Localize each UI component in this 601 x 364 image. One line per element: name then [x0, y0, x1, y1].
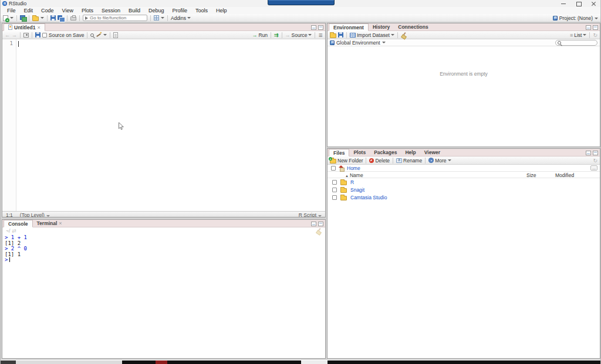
save-icon[interactable]: [50, 15, 56, 21]
minimize-window-button[interactable]: [561, 1, 566, 6]
clear-environment-icon[interactable]: [401, 32, 407, 38]
open-file-dropdown-icon[interactable]: [40, 17, 44, 19]
tab-plots[interactable]: Plots: [349, 149, 370, 156]
print-icon[interactable]: [70, 16, 76, 21]
addins-button[interactable]: Addins: [171, 15, 191, 21]
file-row-camtasia-studio[interactable]: Camtasia Studio: [327, 193, 600, 201]
column-name[interactable]: ▲Name: [345, 172, 363, 178]
console-prompt[interactable]: >: [5, 257, 325, 263]
breadcrumb-home[interactable]: Home: [347, 165, 360, 171]
menu-session[interactable]: Session: [97, 8, 124, 13]
folder-name[interactable]: R: [350, 179, 354, 185]
save-all-icon[interactable]: [58, 15, 64, 21]
pane-layout-icon[interactable]: [154, 15, 159, 21]
folder-name[interactable]: Camtasia Studio: [350, 195, 387, 200]
refresh-icon[interactable]: ↻: [593, 158, 597, 164]
code-tools-dropdown-icon[interactable]: [103, 34, 107, 36]
more-button[interactable]: More: [428, 158, 451, 164]
delete-button[interactable]: Delete: [369, 158, 390, 164]
menu-build[interactable]: Build: [124, 8, 144, 13]
popout-window-icon[interactable]: [23, 33, 29, 38]
forward-icon[interactable]: →: [12, 32, 17, 38]
row-checkbox[interactable]: [332, 188, 337, 192]
tab-environment[interactable]: Environment: [329, 23, 369, 31]
open-file-icon[interactable]: [32, 16, 39, 21]
source-button[interactable]: → Source: [285, 32, 312, 38]
minimize-pane-icon[interactable]: [311, 25, 316, 30]
goto-file-function-input[interactable]: [90, 15, 143, 21]
maximize-window-button[interactable]: [576, 1, 582, 6]
menu-help[interactable]: Help: [212, 8, 231, 13]
tab-help[interactable]: Help: [401, 149, 420, 156]
goto-file-function-box[interactable]: [83, 15, 147, 21]
new-file-icon[interactable]: [3, 15, 8, 21]
file-row-snagit[interactable]: Snagit: [327, 186, 600, 193]
rename-button[interactable]: Rename: [396, 158, 422, 164]
tab-terminal[interactable]: Terminal ×: [33, 220, 66, 227]
refresh-icon[interactable]: ↻: [593, 32, 597, 38]
tab-viewer[interactable]: Viewer: [420, 149, 444, 156]
new-project-icon[interactable]: [20, 15, 26, 21]
console-output[interactable]: > 1 + 1 [1] 2 > 2 ^ 0 [1] 1 >: [2, 234, 325, 263]
row-checkbox[interactable]: [332, 195, 337, 200]
menu-edit[interactable]: Edit: [20, 8, 38, 13]
document-outline-icon[interactable]: ≣: [318, 32, 323, 38]
maximize-pane-icon[interactable]: [318, 25, 323, 30]
close-tab-icon[interactable]: ×: [37, 25, 40, 30]
tab-console[interactable]: Console: [4, 220, 33, 227]
global-environment-label[interactable]: Global Environment: [336, 40, 380, 46]
new-file-dropdown-icon[interactable]: [10, 17, 13, 19]
run-button[interactable]: → Run: [252, 32, 268, 38]
source-on-save-checkbox[interactable]: [42, 33, 47, 38]
maximize-pane-icon[interactable]: [318, 222, 323, 226]
row-checkbox[interactable]: [332, 180, 337, 185]
column-size[interactable]: Size: [526, 172, 536, 178]
find-replace-icon[interactable]: [90, 33, 94, 37]
menu-view[interactable]: View: [58, 8, 77, 13]
import-dataset-button[interactable]: Import Dataset: [350, 32, 394, 38]
environment-search-input[interactable]: [562, 40, 596, 45]
compile-report-icon[interactable]: [113, 32, 118, 38]
tab-connections[interactable]: Connections: [394, 23, 432, 30]
maximize-pane-icon[interactable]: [593, 151, 598, 155]
select-all-checkbox[interactable]: [331, 166, 336, 171]
file-type-selector[interactable]: R Script: [299, 212, 322, 218]
rerun-icon[interactable]: ⇉: [274, 32, 279, 38]
menu-plots[interactable]: Plots: [77, 8, 97, 13]
pane-layout-dropdown-icon[interactable]: [161, 17, 164, 19]
minimize-pane-icon[interactable]: [586, 25, 591, 30]
save-source-icon[interactable]: [35, 32, 40, 38]
code-tools-icon[interactable]: [96, 32, 102, 38]
load-workspace-icon[interactable]: [330, 33, 336, 38]
close-terminal-icon[interactable]: ×: [59, 220, 62, 226]
project-selector[interactable]: Project: (None): [553, 15, 598, 21]
minimize-pane-icon[interactable]: [311, 222, 316, 226]
maximize-pane-icon[interactable]: [593, 25, 598, 30]
goto-directory-icon[interactable]: ⇄: [12, 228, 16, 234]
file-row-r[interactable]: R: [327, 178, 600, 186]
working-directory[interactable]: ~/: [6, 228, 10, 234]
new-folder-button[interactable]: New Folder: [330, 158, 363, 164]
global-environment-dropdown-icon[interactable]: [382, 42, 386, 43]
menu-profile[interactable]: Profile: [168, 8, 192, 13]
menu-code[interactable]: Code: [37, 8, 58, 13]
path-ellipsis-button[interactable]: ...: [590, 165, 597, 171]
back-icon[interactable]: ←: [5, 32, 10, 38]
menu-file[interactable]: File: [3, 8, 20, 13]
save-workspace-icon[interactable]: [338, 32, 343, 38]
minimize-pane-icon[interactable]: [586, 151, 591, 155]
list-view-selector[interactable]: ≡ List: [570, 32, 587, 38]
scope-selector[interactable]: (Top Level): [20, 212, 50, 218]
close-window-button[interactable]: [591, 1, 597, 6]
menu-tools[interactable]: Tools: [191, 8, 212, 13]
menu-debug[interactable]: Debug: [144, 8, 168, 13]
column-modified[interactable]: Modified: [555, 172, 574, 178]
tab-untitled1[interactable]: Untitled1 ×: [4, 23, 45, 31]
tab-files[interactable]: Files: [329, 149, 349, 157]
tab-history[interactable]: History: [369, 23, 394, 30]
clear-console-icon[interactable]: [316, 228, 322, 234]
tab-packages[interactable]: Packages: [370, 149, 401, 156]
code-editor[interactable]: 1: [2, 39, 325, 211]
folder-name[interactable]: Snagit: [350, 187, 364, 193]
environment-search-box[interactable]: [555, 40, 597, 46]
